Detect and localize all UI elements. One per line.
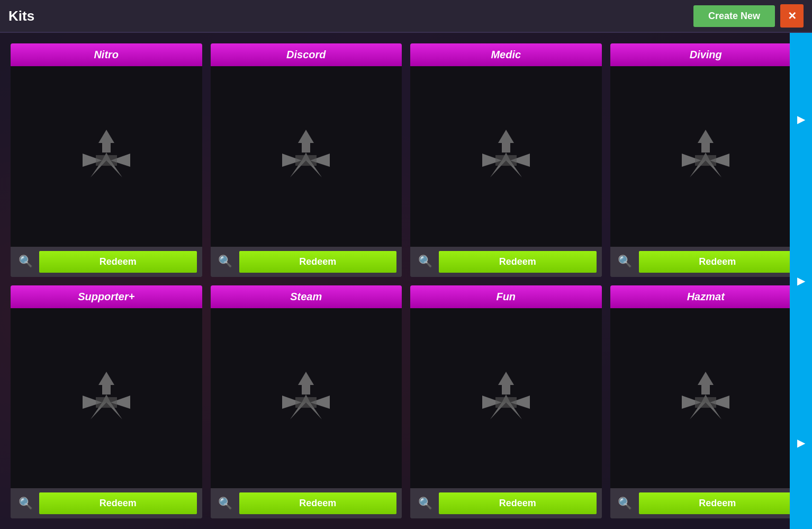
svg-rect-7: [96, 155, 117, 166]
kit-header-discord: Discord: [211, 43, 402, 66]
svg-rect-33: [102, 385, 111, 394]
kit-image-nitro: [11, 66, 202, 247]
kit-card-nitro: Nitro 🔍 Redeem: [11, 43, 202, 277]
svg-marker-16: [498, 130, 514, 143]
kit-card-discord: Discord 🔍 Redeem: [211, 43, 402, 277]
kit-icon-fun: [464, 356, 548, 441]
svg-rect-47: [295, 397, 317, 408]
search-button-fun[interactable]: 🔍: [416, 494, 435, 513]
kit-image-medic: [410, 66, 602, 247]
svg-marker-0: [98, 130, 114, 143]
redeem-button-fun[interactable]: Redeem: [439, 492, 597, 514]
svg-marker-56: [698, 372, 714, 385]
kit-image-diving: [610, 66, 802, 247]
arrow-button-3[interactable]: ▶: [791, 427, 810, 459]
svg-rect-41: [302, 385, 310, 394]
kit-header-steam: Steam: [211, 285, 402, 308]
svg-rect-15: [295, 155, 317, 166]
kit-image-discord: [211, 66, 402, 247]
kit-icon-hazmat: [663, 356, 748, 441]
kit-icon-discord: [264, 114, 348, 199]
kit-image-steam: [211, 308, 402, 489]
svg-rect-25: [701, 143, 710, 153]
kit-header-diving: Diving: [610, 43, 802, 66]
svg-rect-1: [102, 143, 111, 153]
kit-card-diving: Diving 🔍 Redeem: [610, 43, 802, 277]
svg-rect-39: [96, 397, 117, 408]
kit-icon-diving: [663, 114, 748, 199]
search-button-supporter-plus[interactable]: 🔍: [16, 494, 35, 513]
svg-marker-32: [98, 372, 114, 385]
svg-rect-63: [695, 397, 716, 408]
kits-row-2: Supporter+ 🔍 Rede: [11, 285, 801, 519]
kit-card-hazmat: Hazmat 🔍 Redeem: [610, 285, 802, 519]
kit-card-medic: Medic 🔍 Redeem: [410, 43, 602, 277]
kit-footer-steam: 🔍 Redeem: [211, 488, 402, 518]
redeem-button-steam[interactable]: Redeem: [239, 492, 397, 514]
search-button-diving[interactable]: 🔍: [616, 252, 635, 271]
kit-footer-supporter-plus: 🔍 Redeem: [11, 488, 202, 518]
svg-marker-24: [698, 130, 714, 143]
kit-icon-steam: [264, 356, 348, 441]
kit-header-supporter-plus: Supporter+: [11, 285, 202, 308]
kit-footer-discord: 🔍 Redeem: [211, 247, 402, 277]
kit-icon-nitro: [64, 114, 149, 199]
svg-rect-55: [495, 397, 517, 408]
kit-footer-medic: 🔍 Redeem: [410, 247, 602, 277]
kit-icon-medic: [464, 114, 548, 199]
kit-image-supporter-plus: [11, 308, 202, 489]
redeem-button-hazmat[interactable]: Redeem: [639, 492, 797, 514]
kits-row-1: Nitro 🔍 Redeem: [11, 43, 801, 277]
search-button-nitro[interactable]: 🔍: [16, 252, 35, 271]
kit-header-hazmat: Hazmat: [610, 285, 802, 308]
arrow-button-1[interactable]: ▶: [791, 103, 810, 135]
search-button-steam[interactable]: 🔍: [216, 494, 235, 513]
svg-marker-48: [498, 372, 514, 385]
redeem-button-supporter-plus[interactable]: Redeem: [39, 492, 197, 514]
kit-footer-nitro: 🔍 Redeem: [11, 247, 202, 277]
svg-rect-9: [302, 143, 310, 153]
kit-header-nitro: Nitro: [11, 43, 202, 66]
kit-footer-fun: 🔍 Redeem: [410, 488, 602, 518]
svg-rect-31: [695, 155, 716, 166]
kit-header-fun: Fun: [410, 285, 602, 308]
redeem-button-diving[interactable]: Redeem: [639, 251, 797, 273]
close-button[interactable]: ✕: [780, 4, 804, 28]
create-new-button[interactable]: Create New: [693, 5, 775, 27]
kit-card-steam: Steam 🔍 Redeem: [211, 285, 402, 519]
svg-rect-17: [502, 143, 510, 153]
title-bar: Kits Create New ✕: [0, 0, 812, 33]
content-area: Nitro 🔍 Redeem: [0, 33, 812, 529]
kit-card-supporter-plus: Supporter+ 🔍 Rede: [11, 285, 202, 519]
svg-marker-8: [298, 130, 314, 143]
search-button-hazmat[interactable]: 🔍: [616, 494, 635, 513]
svg-rect-49: [502, 385, 510, 394]
svg-rect-57: [701, 385, 710, 394]
kit-card-fun: Fun 🔍 Redeem: [410, 285, 602, 519]
svg-marker-40: [298, 372, 314, 385]
redeem-button-medic[interactable]: Redeem: [439, 251, 597, 273]
title-actions: Create New ✕: [693, 4, 804, 28]
kit-footer-diving: 🔍 Redeem: [610, 247, 802, 277]
svg-rect-23: [495, 155, 517, 166]
kit-header-medic: Medic: [410, 43, 602, 66]
kit-image-fun: [410, 308, 602, 489]
kit-icon-supporter-plus: [64, 356, 149, 441]
window-title: Kits: [8, 8, 34, 24]
kit-footer-hazmat: 🔍 Redeem: [610, 488, 802, 518]
search-button-discord[interactable]: 🔍: [216, 252, 235, 271]
side-panel: ▶ ▶ ▶: [790, 33, 812, 529]
redeem-button-discord[interactable]: Redeem: [239, 251, 397, 273]
kit-image-hazmat: [610, 308, 802, 489]
redeem-button-nitro[interactable]: Redeem: [39, 251, 197, 273]
search-button-medic[interactable]: 🔍: [416, 252, 435, 271]
arrow-button-2[interactable]: ▶: [791, 265, 810, 297]
main-window: Kits Create New ✕ Nitro: [0, 0, 812, 529]
